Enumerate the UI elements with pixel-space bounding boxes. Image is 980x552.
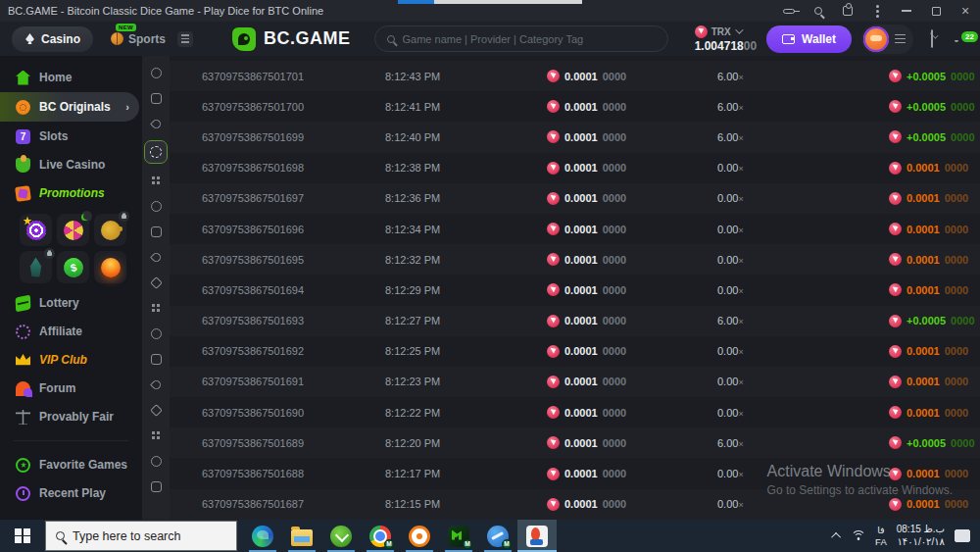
game-icon-2[interactable]: [146, 89, 166, 107]
maximize-button[interactable]: [921, 0, 951, 22]
taskbar-app-idm[interactable]: [321, 520, 361, 552]
start-button[interactable]: [0, 520, 45, 552]
taskbar-app-edge[interactable]: [243, 520, 282, 552]
bet-row[interactable]: 637097538675016968:12:34 PM0.000100000.0…: [170, 214, 980, 244]
game-icon-7[interactable]: [146, 223, 166, 240]
promo-tile-spin-target[interactable]: [20, 214, 52, 246]
bet-row[interactable]: 637097538675016918:12:23 PM0.000100000.0…: [170, 367, 980, 397]
edge-icon: [252, 526, 273, 547]
promo-tile-piggy-bank[interactable]: [94, 214, 126, 246]
profile-menu-icon: [895, 34, 906, 44]
download-progress-bar: [398, 0, 582, 4]
bet-multiplier: 0.00×: [717, 376, 889, 387]
bet-row[interactable]: 637097538675016938:12:27 PM0.000100006.0…: [170, 306, 980, 336]
sidebar-item-promotions[interactable]: Promotions: [0, 179, 142, 207]
promo-tile-coin-drop[interactable]: [94, 251, 126, 283]
bet-row[interactable]: 637097538675016908:12:22 PM0.000100000.0…: [170, 397, 980, 427]
sports-tab[interactable]: NEW Sports: [111, 32, 166, 46]
game-icon-6[interactable]: [146, 197, 166, 215]
game-icon-12[interactable]: [146, 350, 166, 368]
browser-menu-icon[interactable]: [862, 0, 892, 22]
password-key-icon[interactable]: [774, 0, 804, 22]
bet-row[interactable]: 637097538675016898:12:20 PM0.000100006.0…: [170, 427, 980, 458]
taskbar-app-openvpn[interactable]: [400, 520, 439, 552]
game-icon-8[interactable]: [146, 248, 166, 266]
bet-profit: +0.00050000: [889, 130, 975, 143]
bet-row[interactable]: 637097538675016978:12:36 PM0.000100000.0…: [170, 183, 980, 214]
taskbar-app-app-blue[interactable]: M: [478, 520, 517, 552]
bet-row[interactable]: 637097538675016878:12:15 PM0.000100000.0…: [170, 489, 980, 520]
bet-row[interactable]: 637097538675016998:12:40 PM0.000100006.0…: [170, 122, 980, 152]
game-icon-5[interactable]: [146, 172, 166, 189]
bet-id: 63709753867501688: [202, 468, 385, 479]
bet-row[interactable]: 637097538675017008:12:41 PM0.000100006.0…: [170, 91, 980, 122]
game-icon-16[interactable]: [146, 452, 166, 470]
sidebar-item-vip-club[interactable]: VIP Club: [0, 346, 142, 374]
bet-time: 8:12:27 PM: [385, 315, 547, 326]
sidebar-item-live-casino[interactable]: Live Casino: [0, 151, 142, 178]
game-icon-14[interactable]: [146, 401, 166, 419]
bet-row[interactable]: 637097538675016928:12:25 PM0.000100000.0…: [170, 336, 980, 367]
taskbar-app-chrome[interactable]: M: [361, 520, 400, 552]
sidebar-toggle-icon[interactable]: [177, 31, 193, 47]
sidebar-item-bc-originals[interactable]: BC Originals›: [0, 92, 139, 122]
promo-tile-lucky-wheel[interactable]: [57, 214, 89, 246]
sidebar-item-recent-play[interactable]: Recent Play: [0, 479, 142, 507]
bet-id: 63709753867501693: [202, 315, 385, 326]
search-input[interactable]: [403, 33, 656, 45]
extensions-icon[interactable]: [833, 0, 862, 22]
wallet-button[interactable]: Wallet: [766, 25, 852, 53]
sidebar-item-forum[interactable]: Forum: [0, 375, 142, 402]
promo-tile-dollar-tag[interactable]: [57, 251, 89, 283]
bet-profit: 0.00010000: [889, 468, 968, 480]
trx-coin-icon: [889, 436, 902, 449]
game-icon-9[interactable]: [146, 274, 166, 291]
game-icon-17[interactable]: [146, 477, 166, 495]
classic-dice-icon[interactable]: [144, 140, 168, 164]
casino-tab[interactable]: Casino: [12, 26, 93, 52]
sidebar-item-affiliate[interactable]: Affiliate: [0, 318, 142, 345]
sidebar-item-home[interactable]: Home: [0, 64, 142, 91]
idm-icon: [330, 526, 352, 547]
bet-row[interactable]: 637097538675016988:12:38 PM0.000100000.0…: [170, 153, 980, 183]
taskbar-app-active-app[interactable]: [517, 520, 557, 552]
bet-id: 63709753867501690: [202, 407, 385, 419]
taskbar-app-app-green[interactable]: M: [439, 520, 478, 552]
promo-tile-rocket[interactable]: [20, 251, 52, 283]
trx-coin-icon: [889, 130, 902, 143]
bet-row[interactable]: 637097538675017018:12:43 PM0.000100006.0…: [170, 61, 980, 91]
taskbar-clock[interactable]: 08:15 ب.ظ ۱۴۰۱/۰۲/۱۸: [897, 524, 945, 548]
bet-row[interactable]: 637097538675016948:12:29 PM0.000100000.0…: [170, 275, 980, 305]
trx-coin-icon: [547, 436, 560, 449]
game-icon-3[interactable]: [146, 115, 166, 132]
zoom-icon[interactable]: [804, 0, 833, 22]
bet-amount: 0.00010000: [547, 376, 717, 388]
game-search[interactable]: [374, 25, 668, 52]
game-icon-15[interactable]: [146, 427, 166, 444]
sidebar-item-slots[interactable]: Slots: [0, 123, 142, 150]
sidebar-item-lottery[interactable]: Lottery: [0, 289, 142, 317]
action-center-icon[interactable]: [955, 529, 970, 542]
sidebar-item-provably-fair[interactable]: Provably Fair: [0, 403, 142, 430]
profile-menu[interactable]: [861, 25, 913, 54]
bet-multiplier: 0.00×: [717, 498, 889, 510]
messages-button[interactable]: [931, 30, 933, 48]
taskbar-search[interactable]: Type here to search: [45, 521, 237, 551]
bet-row[interactable]: 637097538675016958:12:32 PM0.000100000.0…: [170, 244, 980, 275]
game-icon-11[interactable]: [146, 325, 166, 342]
bcgame-logo[interactable]: BC.GAME: [232, 27, 351, 51]
game-icon-13[interactable]: [146, 376, 166, 393]
taskbar-app-file-explorer[interactable]: [282, 520, 321, 552]
language-indicator[interactable]: فا FA: [875, 525, 887, 548]
tray-chevron-icon[interactable]: [831, 532, 841, 542]
close-button[interactable]: ×: [951, 0, 980, 22]
sidebar-item-label: Live Casino: [39, 158, 105, 172]
bet-multiplier: 6.00×: [717, 101, 889, 113]
sidebar-item-favorite-games[interactable]: Favorite Games: [0, 451, 142, 478]
minimize-button[interactable]: [892, 0, 921, 22]
wifi-icon[interactable]: [851, 530, 865, 541]
game-icon-1[interactable]: [146, 64, 166, 81]
bet-row[interactable]: 637097538675016888:12:17 PM0.000100000.0…: [170, 458, 980, 488]
balance-selector[interactable]: TRX 1.00471800: [695, 25, 766, 53]
game-icon-10[interactable]: [146, 299, 166, 317]
